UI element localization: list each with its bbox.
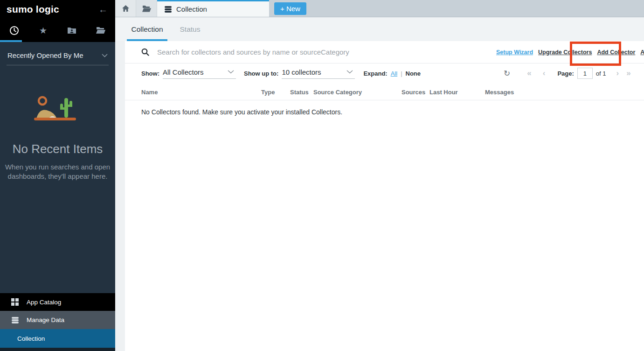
column-messages[interactable]: Messages <box>485 89 644 96</box>
sidebar: sumo logic ← ★ <box>0 0 115 351</box>
sidebar-bottom-strip <box>0 348 115 351</box>
setup-wizard-link[interactable]: Setup Wizard <box>496 49 533 56</box>
subtab-status[interactable]: Status <box>170 17 210 41</box>
column-name[interactable]: Name <box>141 89 261 96</box>
page-of-label: of 1 <box>596 70 606 77</box>
collection-panel: Search for collectors and sources by nam… <box>125 41 644 351</box>
sidebar-item-label: Collection <box>17 335 45 342</box>
sidebar-item-label: Manage Data <box>27 316 64 323</box>
search-row: Search for collectors and sources by nam… <box>125 41 644 63</box>
tab-recents[interactable] <box>0 19 29 42</box>
grid-icon <box>11 298 19 306</box>
open-library-button[interactable] <box>136 0 157 17</box>
logo-bar: sumo logic ← <box>0 0 115 19</box>
search-input[interactable]: Search for collectors and sources by nam… <box>157 48 349 56</box>
tab-favorites[interactable]: ★ <box>29 19 58 42</box>
expand-all-link[interactable]: All <box>391 70 397 77</box>
sumo-logic-logo: sumo logic <box>7 4 59 15</box>
sidebar-item-app-catalog[interactable]: App Catalog <box>0 293 115 311</box>
show-label: Show: <box>141 70 159 77</box>
expand-label: Expand: <box>363 70 387 77</box>
last-page-icon[interactable]: » <box>626 69 630 78</box>
expand-separator: | <box>401 70 402 77</box>
show-up-to-dropdown[interactable]: 10 collectors <box>282 68 355 79</box>
collectors-table-header: Name Type Status Source Category Sources… <box>125 83 644 100</box>
first-page-icon[interactable]: « <box>527 69 531 78</box>
tab-library[interactable] <box>86 19 115 42</box>
show-up-to-dropdown-value: 10 collectors <box>282 68 321 76</box>
home-button[interactable] <box>115 0 136 17</box>
search-icon <box>141 48 149 56</box>
previous-page-icon[interactable]: ‹ <box>543 69 546 78</box>
subtab-collection[interactable]: Collection <box>127 17 167 41</box>
app-window: sumo logic ← ★ <box>0 0 644 351</box>
tab-collection[interactable]: Collection <box>157 0 269 17</box>
open-folder-icon <box>142 5 151 12</box>
column-sources[interactable]: Sources <box>402 89 429 96</box>
show-up-to-label: Show up to: <box>244 70 278 77</box>
column-status[interactable]: Status <box>290 89 313 96</box>
page-number-input[interactable] <box>577 68 593 79</box>
tab-shared-folders[interactable] <box>58 19 87 42</box>
show-dropdown[interactable]: All Collectors <box>163 68 236 79</box>
show-dropdown-value: All Collectors <box>163 68 204 76</box>
refresh-icon[interactable]: ↻ <box>504 69 510 78</box>
page-label: Page: <box>557 70 574 77</box>
next-page-icon[interactable]: › <box>616 69 619 78</box>
sidebar-item-collection[interactable]: Collection <box>0 329 115 348</box>
sidebar-item-manage-data[interactable]: Manage Data <box>0 311 115 329</box>
sidebar-bottom-nav: App Catalog Manage Data Collection <box>0 293 115 351</box>
clock-icon <box>9 26 19 35</box>
access-keys-link[interactable]: Access Keys <box>640 49 644 56</box>
sidebar-icon-tabs: ★ <box>0 19 115 42</box>
home-icon <box>122 5 130 12</box>
recents-panel: Recently Opened By Me No Recent <box>0 42 115 293</box>
open-folder-icon <box>96 27 106 34</box>
subtab-row: Collection Status <box>115 17 644 41</box>
column-source-category[interactable]: Source Category <box>313 89 402 96</box>
add-collector-link[interactable]: Add Collector <box>597 49 635 56</box>
recents-filter-dropdown[interactable]: Recently Opened By Me <box>7 42 109 65</box>
expand-none-link[interactable]: None <box>406 70 421 77</box>
tab-label: Collection <box>176 5 207 13</box>
column-type[interactable]: Type <box>261 89 290 96</box>
column-last-hour[interactable]: Last Hour <box>429 89 485 96</box>
no-recent-items-empty-state: No Recent Items When you run searches an… <box>0 65 115 181</box>
sidebar-item-label: App Catalog <box>27 299 61 306</box>
database-icon <box>11 316 19 324</box>
recents-filter-label: Recently Opened By Me <box>7 51 83 59</box>
collapse-sidebar-icon[interactable]: ← <box>98 4 108 15</box>
new-button[interactable]: + New <box>274 2 306 15</box>
folder-person-icon <box>67 27 76 34</box>
chevron-down-icon <box>346 70 353 74</box>
chevron-down-icon <box>228 70 234 74</box>
no-collectors-message: No Collectors found. Make sure you activ… <box>125 100 644 116</box>
pagination-controls: ↻ « ‹ Page: of 1 › » <box>504 63 631 83</box>
empty-state-title: No Recent Items <box>0 142 115 156</box>
upgrade-collectors-link[interactable]: Upgrade Collectors <box>538 49 592 56</box>
chevron-down-icon <box>102 54 108 57</box>
desert-illustration <box>28 94 88 128</box>
active-tab-indicator <box>0 40 22 42</box>
database-icon <box>164 6 172 13</box>
empty-state-caption: When you run searches and open dashboard… <box>4 162 112 181</box>
controls-row: Show: All Collectors Show up to: 10 coll… <box>125 63 644 83</box>
star-icon: ★ <box>39 25 47 36</box>
tab-strip: Collection + New <box>115 0 644 17</box>
header-links: Setup Wizard Upgrade Collectors Add Coll… <box>496 41 644 63</box>
main-area: Collection + New Collection Status Searc… <box>115 0 644 351</box>
